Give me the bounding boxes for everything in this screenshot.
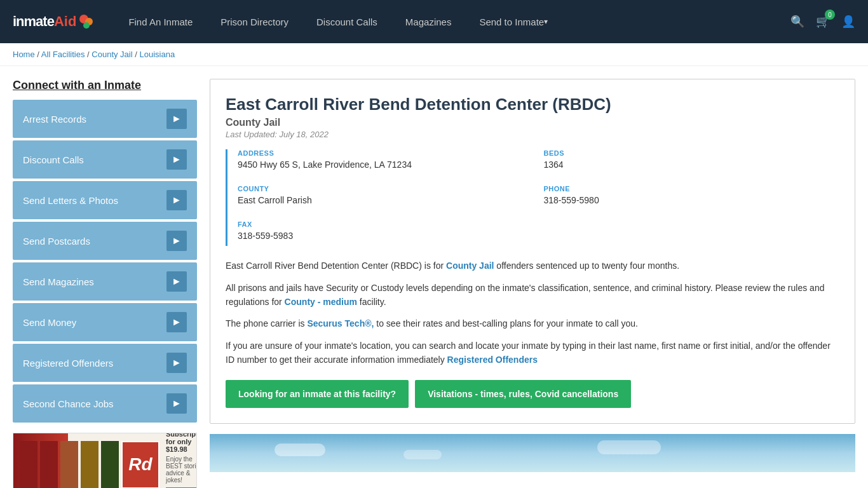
facility-card: East Carroll River Bend Detention Center… [210,79,855,424]
ad-logo: Rd [121,441,159,489]
logo-aid: Aid [54,13,76,30]
desc-para-3: The phone carrier is Securus Tech®, to s… [226,316,839,330]
arrow-icon: ► [166,393,187,414]
header-icons: 🔍 🛒 0 👤 [790,15,855,29]
sidebar-item-send-postcards[interactable]: Send Postcards ► [13,222,197,260]
sidebar-item-arrest-records[interactable]: Arrest Records ► [13,100,197,138]
sidebar-label-second-chance-jobs: Second Chance Jobs [23,398,114,409]
main-container: Connect with an Inmate Arrest Records ► … [0,66,868,488]
arrow-icon: ► [166,149,187,170]
arrow-icon: ► [166,109,187,129]
main-content: East Carroll River Bend Detention Center… [210,79,855,488]
nav-discount-calls[interactable]: Discount Calls [302,0,391,43]
sidebar-item-send-money[interactable]: Send Money ► [13,303,197,341]
visitation-button[interactable]: Visitations - times, rules, Covid cancel… [415,380,631,408]
site-header: inmate Aid Find An Inmate Prison Directo… [0,0,868,43]
phone-value: 318-559-5980 [544,195,840,205]
sidebar-item-discount-calls[interactable]: Discount Calls ► [13,140,197,179]
breadcrumb-louisiana[interactable]: Louisiana [139,50,175,59]
ad-heading: 1 Year Subscription for only $19.98 [166,433,197,453]
arrow-icon: ► [166,271,187,292]
sidebar-item-send-magazines[interactable]: Send Magazines ► [13,262,197,301]
cart-icon[interactable]: 🛒 0 [816,15,830,29]
desc-para-1: East Carroll River Bend Detention Center… [226,259,839,273]
registered-offenders-link[interactable]: Registered Offenders [447,355,538,365]
sidebar-label-send-money: Send Money [23,317,76,328]
bottom-image [210,434,855,472]
sidebar-label-registered-offenders: Registered Offenders [23,358,113,369]
fax-value: 318-559-5983 [238,231,534,241]
logo-text: inmate [13,13,54,30]
nav-send-to-inmate[interactable]: Send to Inmate [465,0,562,43]
sky-decoration [210,434,855,472]
action-buttons: Looking for an inmate at this facility? … [226,380,839,408]
logo[interactable]: inmate Aid [13,13,95,30]
facility-updated: Last Updated: July 18, 2022 [226,130,839,139]
arrow-icon: ► [166,353,187,373]
breadcrumb-all-facilities[interactable]: All Facilities [41,50,85,59]
county-jail-link[interactable]: County Jail [446,261,494,271]
phone-label: PHONE [544,185,840,193]
county-label: COUNTY [238,185,534,193]
sidebar: Connect with an Inmate Arrest Records ► … [13,79,197,488]
fax-label: FAX [238,220,534,228]
address-value: 9450 Hwy 65 S, Lake Providence, LA 71234 [238,159,534,170]
beds-label: BEDS [544,149,840,157]
ad-subtext: Enjoy the BEST stories, advice & jokes! [166,456,197,484]
sidebar-ad: Rd 1 Year Subscription for only $19.98 E… [13,433,197,488]
county-value: East Carroll Parish [238,195,534,205]
sidebar-title: Connect with an Inmate [13,79,197,92]
main-nav: Find An Inmate Prison Directory Discount… [114,0,790,43]
sidebar-menu: Arrest Records ► Discount Calls ► Send L… [13,100,197,423]
county-medium-link[interactable]: County - medium [285,297,357,307]
sidebar-label-send-letters-photos: Send Letters & Photos [23,195,118,206]
user-icon[interactable]: 👤 [841,15,855,29]
logo-icon [78,13,95,30]
facility-description: East Carroll River Bend Detention Center… [226,259,839,367]
phone-section: PHONE 318-559-5980 [544,185,840,205]
ad-text-area: 1 Year Subscription for only $19.98 Enjo… [159,433,197,488]
svg-point-2 [83,22,90,29]
sidebar-label-discount-calls: Discount Calls [23,154,84,165]
facility-title: East Carroll River Bend Detention Center… [226,95,839,114]
beds-section: BEDS 1364 [544,149,840,170]
arrow-icon: ► [166,231,187,251]
desc-para-4: If you are unsure of your inmate's locat… [226,339,839,367]
facility-type: County Jail [226,117,839,128]
sidebar-label-send-magazines: Send Magazines [23,276,94,287]
arrow-icon: ► [166,190,187,210]
ad-content: Rd 1 Year Subscription for only $19.98 E… [13,433,196,488]
nav-magazines[interactable]: Magazines [391,0,466,43]
address-label: ADDRESS [238,149,534,157]
desc-para-2: All prisons and jails have Security or C… [226,281,839,309]
search-icon[interactable]: 🔍 [790,15,804,29]
cart-badge: 0 [825,10,835,20]
nav-prison-directory[interactable]: Prison Directory [207,0,302,43]
county-section: COUNTY East Carroll Parish [238,185,534,205]
sidebar-item-send-letters-photos[interactable]: Send Letters & Photos ► [13,181,197,219]
address-section: ADDRESS 9450 Hwy 65 S, Lake Providence, … [238,149,534,170]
facility-info-grid: ADDRESS 9450 Hwy 65 S, Lake Providence, … [226,149,839,246]
sidebar-item-second-chance-jobs[interactable]: Second Chance Jobs ► [13,384,197,423]
securus-link[interactable]: Securus Tech®, [307,318,374,329]
breadcrumb: Home / All Facilities / County Jail / Lo… [0,43,868,66]
breadcrumb-home[interactable]: Home [13,50,35,59]
arrow-icon: ► [166,312,187,332]
nav-find-inmate[interactable]: Find An Inmate [114,0,207,43]
fax-section: FAX 318-559-5983 [238,220,534,241]
sidebar-label-arrest-records: Arrest Records [23,114,86,125]
looking-for-inmate-button[interactable]: Looking for an inmate at this facility? [226,380,409,408]
breadcrumb-county-jail[interactable]: County Jail [92,50,132,59]
sidebar-item-registered-offenders[interactable]: Registered Offenders ► [13,344,197,382]
beds-value: 1364 [544,159,840,170]
sidebar-label-send-postcards: Send Postcards [23,236,90,247]
